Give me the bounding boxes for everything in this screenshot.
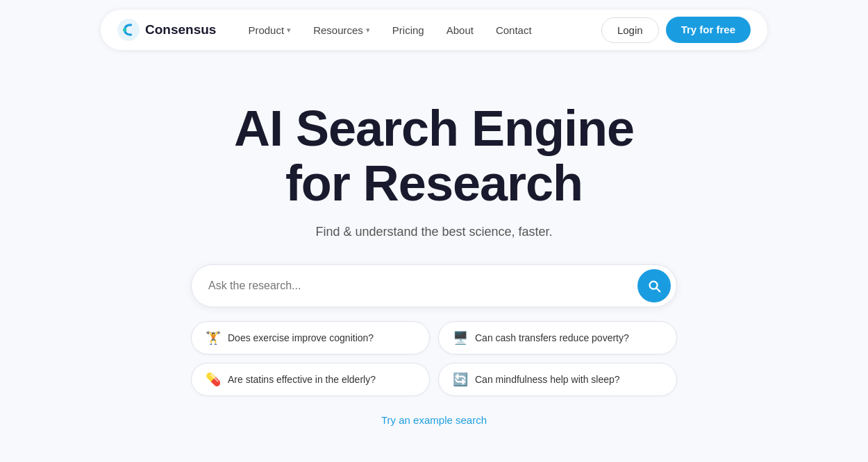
nav-item-resources[interactable]: Resources ▾ [303, 19, 380, 42]
nav-item-pricing[interactable]: Pricing [383, 19, 434, 42]
nav-links: Product ▾ Resources ▾ Pricing About Cont… [238, 19, 601, 42]
nav-item-about[interactable]: About [437, 19, 483, 42]
query-chip-cash[interactable]: 🖥️ Can cash transfers reduce poverty? [438, 321, 677, 354]
statins-icon: 💊 [206, 372, 221, 387]
cash-icon: 🖥️ [453, 330, 468, 345]
query-row-1: 🏋️ Does exercise improve cognition? 🖥️ C… [191, 321, 677, 354]
login-button[interactable]: Login [601, 17, 659, 43]
logo-text: Consensus [145, 22, 216, 37]
navbar: Consensus Product ▾ Resources ▾ Pricing … [101, 10, 767, 50]
hero-section: AI Search Engine for Research Find & und… [0, 60, 868, 440]
search-input[interactable] [208, 280, 637, 292]
logo[interactable]: Consensus [117, 19, 216, 41]
hero-subtitle: Find & understand the best science, fast… [315, 225, 552, 239]
try-example-link[interactable]: Try an example search [381, 414, 487, 426]
exercise-icon: 🏋️ [206, 330, 221, 345]
chevron-down-icon: ▾ [287, 26, 291, 35]
example-queries: 🏋️ Does exercise improve cognition? 🖥️ C… [191, 321, 677, 396]
query-chip-exercise[interactable]: 🏋️ Does exercise improve cognition? [191, 321, 430, 354]
logo-icon [117, 19, 140, 41]
nav-actions: Login Try for free [601, 17, 751, 43]
search-icon [646, 278, 662, 293]
svg-point-1 [123, 28, 126, 31]
search-button[interactable] [637, 269, 671, 302]
query-chip-statins[interactable]: 💊 Are statins effective in the elderly? [191, 363, 430, 396]
chevron-down-icon: ▾ [366, 26, 370, 35]
nav-item-product[interactable]: Product ▾ [238, 19, 301, 42]
mindfulness-icon: 🔄 [453, 372, 468, 387]
svg-point-0 [117, 19, 140, 41]
try-free-button[interactable]: Try for free [666, 17, 751, 43]
nav-item-contact[interactable]: Contact [486, 19, 542, 42]
query-chip-mindfulness[interactable]: 🔄 Can mindfulness help with sleep? [438, 363, 677, 396]
hero-title: AI Search Engine for Research [234, 101, 634, 211]
search-bar [191, 264, 677, 307]
query-row-2: 💊 Are statins effective in the elderly? … [191, 363, 677, 396]
